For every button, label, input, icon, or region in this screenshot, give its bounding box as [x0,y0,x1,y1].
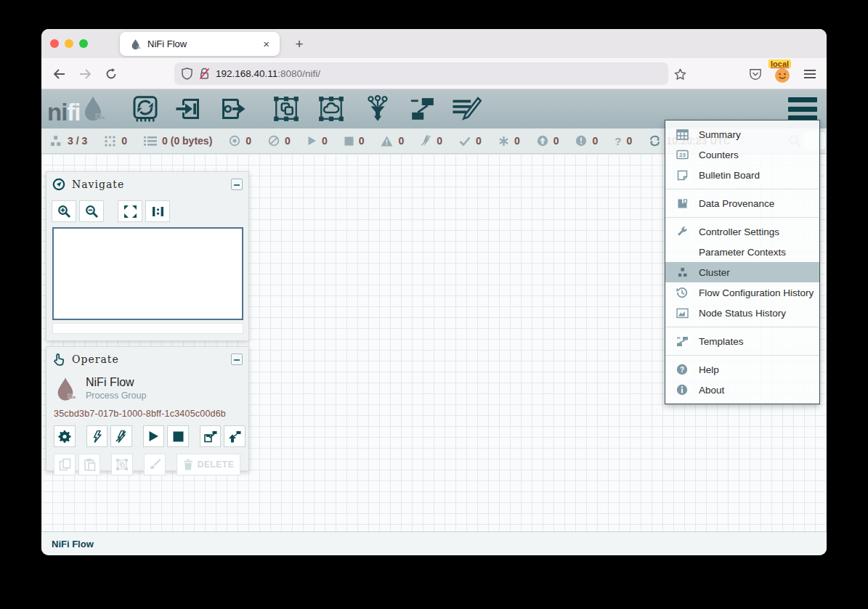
bookmark-star-icon[interactable] [671,65,689,83]
menu-item-node-status-history[interactable]: Node Status History [665,303,819,323]
template-component-icon[interactable] [407,94,438,124]
reload-button[interactable] [102,65,120,83]
label-component-icon[interactable] [451,94,482,124]
menu-item-templates[interactable]: Templates [665,331,819,351]
menu-separator [665,355,819,356]
delete-button[interactable]: DELETE [177,454,240,475]
component-id: 35cbd3b7-017b-1000-8bff-1c3405c00d6b [46,403,248,419]
bulletin-board-icon [675,170,689,181]
zoom-actual-size-button[interactable] [145,200,170,222]
stop-icon [344,136,354,146]
global-menu-button[interactable] [788,97,817,120]
fill-color-button[interactable] [144,454,166,475]
operate-buttons-row-2: DELETE [46,447,248,475]
browser-toolbar: 192.168.40.11:8080/nifi/ local [41,58,827,89]
navigate-panel: Navigate [46,171,249,341]
stale-status: 0 [537,135,559,147]
menu-item-data-provenance[interactable]: Data Provenance [665,193,819,213]
bolt-slash-icon [421,135,431,147]
zoom-window-button[interactable] [79,39,88,48]
component-name: NiFi Flow [86,376,146,389]
start-button[interactable] [143,425,165,447]
configuration-button[interactable] [54,425,76,447]
new-tab-button[interactable]: + [290,35,309,54]
operate-panel: Operate NiFi Flow Process Group 35cbd3b7… [46,346,249,471]
birdseye-slider[interactable] [52,323,243,334]
zoom-fit-button[interactable] [118,200,142,222]
menu-item-help[interactable]: ? Help [665,359,819,380]
templates-icon [675,336,689,347]
provenance-icon [675,198,689,209]
minimize-window-button[interactable] [65,39,73,48]
group-button[interactable] [111,454,133,475]
up-to-date-status: 0 [459,135,482,147]
invalid-status: 0 [381,135,404,147]
menu-item-bulletin-board[interactable]: Bulletin Board [665,165,819,185]
exclamation-circle-icon [575,135,587,147]
selected-component: NiFi Flow Process Group [46,372,248,403]
breadcrumb[interactable]: NiFi Flow [52,539,94,549]
help-icon: ? [675,364,689,375]
browser-tab[interactable]: NiFi Flow × [120,32,280,56]
stop-button[interactable] [167,425,189,447]
close-window-button[interactable] [50,39,59,48]
profile-avatar[interactable] [774,67,791,84]
input-port-component-icon[interactable] [174,94,204,124]
funnel-component-icon[interactable] [362,94,393,124]
nifi-logo: nifi [47,94,120,123]
refresh-icon[interactable] [649,135,661,147]
process-group-component-icon[interactable] [271,94,301,124]
nifi-favicon-icon [130,38,141,50]
profile-badge: local [768,60,791,68]
logo-drop-icon [81,94,105,123]
processor-component-icon[interactable] [130,94,161,124]
connected-nodes-status: 3 / 3 [49,135,87,147]
tab-close-icon[interactable]: × [260,38,272,50]
area-chart-icon [675,308,689,319]
output-port-component-icon[interactable] [217,94,248,124]
browser-menu-icon[interactable] [801,65,819,83]
remote-process-group-component-icon[interactable] [316,94,346,124]
global-menu: Summary 23 Counters Bulletin Board Data … [665,120,820,404]
upload-template-button[interactable] [224,425,246,447]
hand-pointer-icon [52,353,65,367]
running-status: 0 [307,135,328,147]
zoom-out-button[interactable] [79,200,104,222]
menu-item-about[interactable]: About [665,380,819,400]
browser-window: NiFi Flow × + 192.168 [41,29,827,555]
enable-button[interactable] [86,425,108,447]
threads-grid-icon [104,135,116,147]
collapse-operate-button[interactable] [231,353,243,365]
menu-item-counters[interactable]: 23 Counters [665,144,819,165]
history-icon [675,287,689,298]
forward-button[interactable] [76,65,94,83]
birdseye-view[interactable] [52,227,243,320]
menu-item-controller-settings[interactable]: Controller Settings [665,221,819,242]
component-type: Process Group [86,391,146,401]
menu-item-flow-configuration-history[interactable]: Flow Configuration History [665,282,819,303]
counters-icon: 23 [675,150,689,160]
zoom-in-button[interactable] [52,200,76,222]
locally-modified-stale-status: 0 [575,135,598,147]
play-icon [307,136,317,146]
pocket-icon[interactable] [747,65,764,83]
insecure-lock-icon[interactable] [199,68,210,80]
menu-item-cluster[interactable]: Cluster [665,262,819,282]
menu-item-summary[interactable]: Summary [665,124,819,144]
paste-button[interactable] [78,454,100,475]
create-template-button[interactable] [200,425,222,447]
info-icon [675,384,689,396]
sync-failure-status: ? 0 [615,135,632,147]
operate-panel-header: Operate [46,347,248,372]
navigate-tools [46,197,248,222]
shield-icon[interactable] [182,68,192,80]
arrow-up-circle-icon [537,135,548,147]
disable-button[interactable] [110,425,132,447]
not-transmitting-status: 0 [268,135,291,147]
collapse-navigate-button[interactable] [231,179,243,190]
menu-item-parameter-contexts[interactable]: Parameter Contexts [665,242,819,262]
back-button[interactable] [50,65,68,83]
url-bar[interactable]: 192.168.40.11:8080/nifi/ [174,62,668,85]
asterisk-icon [498,136,509,147]
copy-button[interactable] [54,454,76,475]
